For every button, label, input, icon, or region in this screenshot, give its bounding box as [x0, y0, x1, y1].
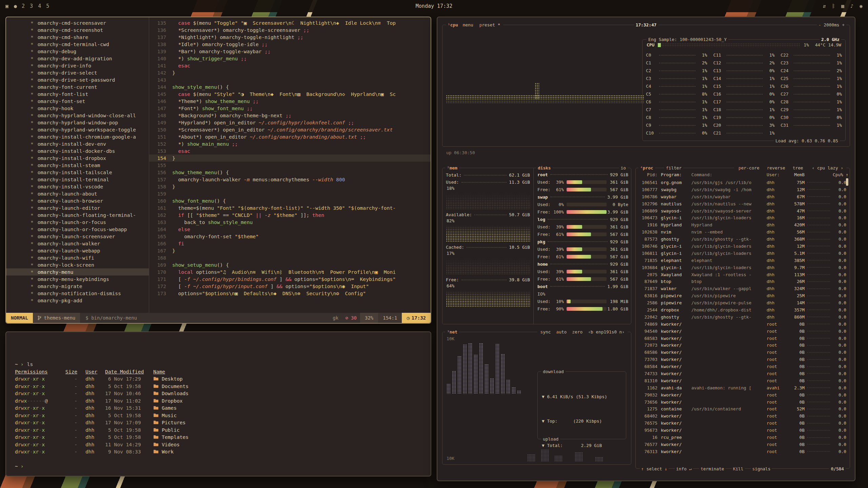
process-row[interactable]: 71835elephantelephantdhh385M0.0 — [636, 257, 850, 264]
code-line[interactable]: 164 else — [149, 226, 431, 233]
zero-button[interactable]: zero — [571, 329, 584, 335]
file-item[interactable]: *omarchy-install-dropbox — [6, 155, 149, 162]
file-item[interactable]: *omarchy-hook — [6, 105, 149, 112]
file-item[interactable]: *omarchy-launch-wifi — [6, 254, 149, 261]
terminal-window[interactable]: ~›ls PermissionsSizeUserDate ModifiedNam… — [5, 331, 431, 476]
process-row[interactable]: 74869kworker/root0B0.0 — [636, 321, 850, 328]
process-row[interactable]: 2075XwaylandXwayland :1 -rootless -dhh11… — [636, 271, 850, 278]
file-item[interactable]: *omarchy-install-vscode — [6, 183, 149, 190]
process-row[interactable]: 102638nvimnvim --embeddhh56M0.0 — [636, 228, 850, 236]
prompt-line-empty[interactable]: ~› — [15, 463, 422, 470]
process-row[interactable]: 68586kworker/root0B0.0 — [636, 349, 850, 356]
file-item[interactable]: *omarchy-font-set — [6, 98, 149, 105]
file-item[interactable]: *omarchy-drive-set-password — [6, 76, 149, 83]
per-core-button[interactable]: per-core — [737, 165, 761, 171]
file-item[interactable]: *omarchy-install-docker-dbs — [6, 147, 149, 155]
process-row[interactable]: 94540kworker/root0B0.0 — [636, 328, 850, 335]
process-row[interactable]: 68583kworker/root0B0.0 — [636, 335, 850, 342]
code-line[interactable]: 169show_setup_menu() { — [149, 261, 431, 268]
file-item[interactable]: *omarchy-install-tailscale — [6, 169, 149, 176]
workspace-active-icon[interactable]: ● — [14, 3, 17, 9]
file-item[interactable]: *omarchy-drive-info — [6, 62, 149, 69]
file-item[interactable]: *omarchy-launch-about — [6, 190, 149, 197]
net-interface[interactable]: ‹b enp191s0 n› — [587, 329, 626, 335]
file-item[interactable]: *omarchy-cmd-screensaver — [6, 19, 149, 26]
file-item[interactable]: *omarchy-launch-or-focus-webapp — [6, 226, 149, 233]
code-line[interactable]: 159 — [149, 190, 431, 197]
process-row[interactable]: 95673kworker/root0B0.0 — [636, 427, 850, 434]
process-row[interactable]: 2544dropbox/home/dhh/.dropbox-distdhh357… — [636, 306, 850, 313]
code-line[interactable]: 136 *Screensaver*) omarchy-toggle-screen… — [149, 26, 431, 34]
file-item[interactable]: *omarchy-install-dev-env — [6, 140, 149, 147]
process-row[interactable]: 106777swaybg/usr/bin/swaybg -i /homdhh12… — [636, 186, 850, 193]
signals-button[interactable]: signals — [751, 466, 772, 471]
workspace-3[interactable]: 3 — [30, 3, 33, 9]
code-line[interactable]: 138 *Idle*) omarchy-toggle-idle ;; — [149, 41, 431, 48]
process-row[interactable]: 2586pipewire/usr/bin/pipewire-pulsedhh14… — [636, 299, 850, 306]
code-line[interactable]: 151 *About*) open_in_editor ~/.config/om… — [149, 133, 431, 140]
process-row[interactable]: 1916HyprlandHyprlanddhh420M0.0 — [636, 221, 850, 228]
file-item[interactable]: *omarchy-dev-add-migration — [6, 55, 149, 62]
file-item[interactable]: *omarchy-launch-editor — [6, 204, 149, 211]
kill-button[interactable]: Kill — [732, 466, 745, 471]
code-line[interactable]: 143 — [149, 76, 431, 83]
process-row[interactable]: 87573ghostty/usr/bin/ghostty --gtk-dhh36… — [636, 236, 850, 243]
file-item[interactable]: *omarchy-menu-keybindings — [6, 276, 149, 283]
file-item[interactable]: *omarchy-launch-webapp — [6, 247, 149, 254]
file-item[interactable]: *omarchy-hyprland-window-close-all — [6, 112, 149, 119]
file-item[interactable]: *omarchy-launch-or-focus — [6, 219, 149, 226]
code-line[interactable]: 144show_style_menu() { — [149, 83, 431, 90]
bluetooth-icon[interactable]: ᛒ — [832, 3, 835, 9]
workspace-5[interactable]: 5 — [46, 3, 49, 9]
file-item[interactable]: *omarchy-hyprland-window-pop — [6, 119, 149, 126]
file-item[interactable]: *omarchy-migrate — [6, 283, 149, 290]
process-row[interactable]: 76575kworker/root0B0.0 — [636, 420, 850, 427]
code-line[interactable]: 163 back_to show_style_menu — [149, 219, 431, 226]
code-lines[interactable]: 135 case $(menu "Toggle" "▣ Screensaver\… — [149, 17, 431, 313]
code-line[interactable]: 139 *Bar*) omarchy-toggle-waybar ;; — [149, 48, 431, 55]
file-item[interactable]: *omarchy-launch-walker — [6, 240, 149, 247]
power-icon[interactable]: ◉ — [860, 3, 863, 9]
auto-button[interactable]: auto — [555, 329, 568, 335]
file-item[interactable]: *omarchy-pkg-add — [6, 297, 149, 304]
process-row[interactable]: 68402kworker/root0B0.0 — [636, 412, 850, 420]
proc-scrollbar[interactable] — [846, 178, 848, 186]
file-item[interactable]: *omarchy-debug — [6, 48, 149, 55]
tree-button[interactable]: tree — [791, 165, 805, 171]
process-row[interactable]: 87649btopbtopdhh26M0.0 — [636, 278, 850, 285]
select-buttons[interactable]: ↑ select ↓ — [640, 466, 669, 471]
process-row[interactable]: 106809swayosd-/usr/bin/swayosd-serverdhh… — [636, 207, 850, 215]
file-item[interactable]: *omarchy-launch-screensaver — [6, 233, 149, 240]
file-list[interactable]: *omarchy-cmd-screensaver*omarchy-cmd-scr… — [6, 17, 149, 313]
code-line[interactable]: 155 — [149, 162, 431, 169]
launcher-icon[interactable]: ▣ — [5, 3, 8, 9]
sort-mode[interactable]: ‹ cpu lazy › — [811, 165, 845, 171]
process-row[interactable]: 74733kworker/root0B0.0 — [636, 370, 850, 377]
code-line[interactable]: 173 options="$options\n▣ Defaults\n◆ DNS… — [149, 290, 431, 297]
file-item[interactable]: *omarchy-cmd-screenshot — [6, 26, 149, 34]
process-row[interactable]: 81310kworker/root0B0.0 — [636, 377, 850, 384]
process-row[interactable]: 73656kworker/root0B0.0 — [636, 399, 850, 406]
code-line[interactable]: 172 [ -f ~/.config/hypr/input.conf ] && … — [149, 283, 431, 290]
file-item[interactable]: *omarchy-cmd-share — [6, 34, 149, 41]
btop-window[interactable]: ¹cpu menupreset * 17:32:47 - 2000ms + En… — [437, 17, 855, 481]
sync-button[interactable]: sync — [539, 329, 552, 335]
file-item[interactable]: *omarchy-font-list — [6, 90, 149, 98]
process-row[interactable]: 106473glycin-i/usr/lib/glycin-loadersdhh… — [636, 214, 850, 221]
process-row[interactable]: 102796nautilus/usr/bin/nautilus --newdhh… — [636, 200, 850, 207]
file-item[interactable]: *omarchy-menu — [6, 268, 149, 276]
process-row[interactable]: 1162avahi-daavahi-daemon: running [avahi… — [636, 384, 850, 391]
file-item[interactable]: *omarchy-hyprland-workspace-toggle — [6, 126, 149, 133]
code-line[interactable]: 140 *) show_trigger_menu ;; — [149, 55, 431, 62]
code-line[interactable]: 156show_theme_menu() { — [149, 169, 431, 176]
reverse-button[interactable]: reverse — [766, 165, 787, 171]
display-icon[interactable]: ▦ — [841, 3, 844, 9]
process-row[interactable]: 106746glycin-i/usr/lib/glycin-loadersdhh… — [636, 243, 850, 250]
code-line[interactable]: 161 theme=$(menu "Font" "$(omarchy-font-… — [149, 204, 431, 211]
code-line[interactable]: 166 fi — [149, 240, 431, 247]
code-line[interactable]: 162 if [[ "$theme" == "CNCLD" || -z "$th… — [149, 211, 431, 219]
process-row[interactable]: 106786waybar/usr/bin/waybardhh67M0.0 — [636, 193, 850, 200]
code-line[interactable]: 149 *Hyprland*) open_in_editor ~/.config… — [149, 119, 431, 126]
process-row[interactable]: 63816pipewire/usr/bin/pipewiredhh25M0.0 — [636, 292, 850, 299]
terminate-button[interactable]: terminate — [699, 466, 725, 471]
